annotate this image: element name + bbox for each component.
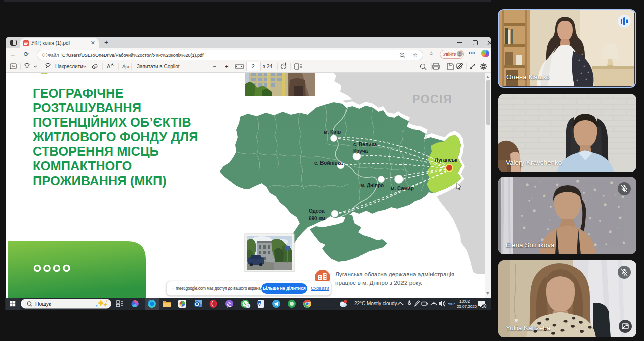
svg-text:працює в м. Дніпро з 2022 року: працює в м. Дніпро з 2022 року. bbox=[335, 279, 422, 286]
svg-text:Луганськ: Луганськ bbox=[435, 157, 458, 163]
svg-text:Mostly cloudy: Mostly cloudy bbox=[367, 301, 397, 306]
svg-text:W: W bbox=[258, 302, 262, 307]
svg-text:РОСІЯ: РОСІЯ bbox=[412, 93, 452, 106]
svg-text:с. Войнівка: с. Войнівка bbox=[314, 160, 343, 166]
svg-text:Круча: Круча bbox=[353, 148, 368, 154]
svg-text:22°C: 22°C bbox=[354, 301, 365, 306]
svg-text:−: − bbox=[213, 63, 216, 70]
svg-text:a: a bbox=[127, 64, 129, 69]
svg-text:Пошук: Пошук bbox=[35, 301, 51, 307]
svg-text:1: 1 bbox=[247, 304, 249, 308]
svg-text:м. Київ: м. Київ bbox=[324, 129, 341, 135]
svg-text:10:02: 10:02 bbox=[459, 299, 470, 304]
svg-text:Луганська обласна державна адм: Луганська обласна державна адміністрація bbox=[335, 271, 454, 278]
svg-text:Накреслити: Накреслити bbox=[55, 64, 83, 69]
svg-text:25.07.2025: 25.07.2025 bbox=[457, 304, 477, 309]
svg-text:A: A bbox=[107, 63, 111, 69]
svg-text:2: 2 bbox=[252, 63, 255, 69]
svg-text:с. Велика: с. Велика bbox=[353, 142, 377, 147]
svg-text:690 км: 690 км bbox=[309, 216, 325, 221]
svg-text:Одеса: Одеса bbox=[309, 208, 325, 214]
svg-text:あ: あ bbox=[122, 64, 127, 69]
svg-text:УКР: УКР bbox=[448, 302, 455, 306]
svg-text:Запитати в Copilot: Запитати в Copilot bbox=[137, 64, 180, 69]
svg-text:⮝: ⮝ bbox=[111, 63, 114, 66]
svg-text:м. Дніпро: м. Дніпро bbox=[360, 183, 384, 188]
svg-text:4: 4 bbox=[483, 304, 485, 308]
svg-text:з 24: з 24 bbox=[263, 63, 273, 69]
svg-text:м. Самар: м. Самар bbox=[391, 186, 414, 191]
svg-text:+: + bbox=[225, 63, 229, 70]
